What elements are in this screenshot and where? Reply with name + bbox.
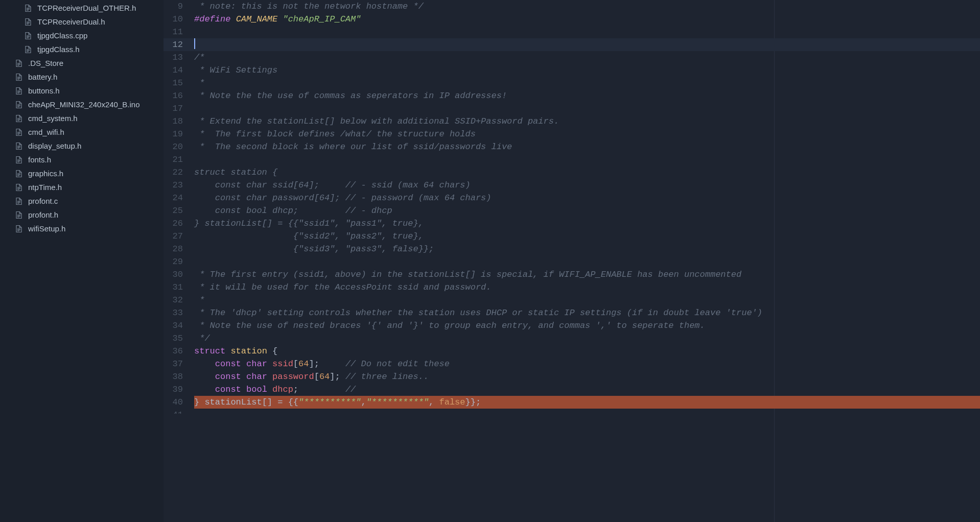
code-content[interactable] [194, 26, 980, 38]
code-line[interactable]: 33 * The 'dhcp' setting controls whether… [164, 306, 980, 319]
code-line[interactable]: 13/* [164, 51, 980, 64]
code-line[interactable]: 39 const bool dhcp; // [164, 383, 980, 396]
file-tree-item[interactable]: display_setup.h [0, 139, 164, 153]
line-number: 9 [164, 0, 194, 13]
code-content[interactable]: struct station { [194, 166, 980, 179]
file-tree-item[interactable]: cmd_wifi.h [0, 125, 164, 139]
code-content[interactable]: * The 'dhcp' setting controls whether th… [194, 306, 980, 319]
code-content[interactable] [194, 153, 980, 166]
file-tree-item[interactable]: buttons.h [0, 84, 164, 98]
code-line[interactable]: 35 */ [164, 332, 980, 345]
code-content[interactable] [194, 255, 980, 268]
file-tree-item[interactable]: profont.c [0, 194, 164, 208]
code-line[interactable]: 11 [164, 26, 980, 38]
code-content[interactable]: const char ssid[64]; // Do not edit thes… [194, 358, 980, 370]
code-content[interactable]: * WiFi Settings [194, 64, 980, 77]
file-tree-item[interactable]: profont.h [0, 208, 164, 222]
code-line[interactable]: 41 [164, 409, 980, 414]
code-line[interactable]: 17 [164, 102, 980, 115]
code-content[interactable]: * note: this is not the network hostname… [194, 0, 980, 13]
file-tree-item-label: cheApR_MINI32_240x240_B.ino [28, 100, 139, 109]
code-content[interactable] [194, 102, 980, 115]
file-tree-item[interactable]: TCPReceiverDual_OTHER.h [0, 1, 164, 15]
file-tree-item[interactable]: fonts.h [0, 153, 164, 167]
code-line[interactable]: 19 * The first block defines /what/ the … [164, 128, 980, 140]
code-content[interactable]: * [194, 77, 980, 89]
code-line[interactable]: 12 [164, 38, 980, 51]
code-line[interactable]: 23 const char ssid[64]; // - ssid (max 6… [164, 179, 980, 192]
code-line[interactable]: 31 * it will be used for the AccessPoint… [164, 281, 980, 294]
code-line[interactable]: 10#define CAM_NAME "cheApR_IP_CAM" [164, 13, 980, 26]
file-icon [14, 86, 24, 96]
code-content[interactable]: * The second block is where our list of … [194, 140, 980, 153]
code-line[interactable]: 37 const char ssid[64]; // Do not edit t… [164, 358, 980, 370]
line-number: 32 [164, 294, 194, 306]
code-content[interactable]: #define CAM_NAME "cheApR_IP_CAM" [194, 13, 980, 26]
file-tree-item[interactable]: .DS_Store [0, 56, 164, 70]
code-line[interactable]: 32 * [164, 294, 980, 306]
code-content[interactable]: * [194, 294, 980, 306]
code-line[interactable]: 27 {"ssid2", "pass2", true}, [164, 230, 980, 243]
code-content[interactable]: } stationList[] = {{"ssid1", "pass1", tr… [194, 217, 980, 230]
code-line[interactable]: 40} stationList[] = {{"**********","****… [164, 396, 980, 409]
code-content[interactable]: const bool dhcp; // [194, 383, 980, 396]
code-content[interactable]: * Note the the use of commas as seperato… [194, 89, 980, 102]
code-line[interactable]: 18 * Extend the stationList[] below with… [164, 115, 980, 128]
code-line[interactable]: 21 [164, 153, 980, 166]
code-line[interactable]: 29 [164, 255, 980, 268]
file-tree-item[interactable]: ntpTime.h [0, 180, 164, 194]
file-tree-item[interactable]: cheApR_MINI32_240x240_B.ino [0, 98, 164, 111]
comment: * WiFi Settings [194, 65, 277, 75]
comment: * The 'dhcp' setting controls whether th… [194, 308, 762, 318]
comment: * [194, 295, 204, 305]
file-tree-item[interactable]: tjpgdClass.h [0, 42, 164, 56]
code-content[interactable]: const char password[64]; // - password (… [194, 192, 980, 204]
code-line[interactable]: 28 {"ssid3", "pass3", false}}; [164, 243, 980, 255]
code-line[interactable]: 22struct station { [164, 166, 980, 179]
code-line[interactable]: 26} stationList[] = {{"ssid1", "pass1", … [164, 217, 980, 230]
code-editor[interactable]: 9 * note: this is not the network hostna… [164, 0, 980, 522]
file-tree-item[interactable]: wifiSetup.h [0, 222, 164, 235]
file-icon [14, 141, 24, 151]
file-tree-item[interactable]: TCPReceiverDual.h [0, 15, 164, 29]
code-content[interactable]: {"ssid3", "pass3", false}}; [194, 243, 980, 255]
code-content[interactable]: * Extend the stationList[] below with ad… [194, 115, 980, 128]
code-line[interactable]: 38 const char password[64]; // three lin… [164, 370, 980, 383]
keyword: const [215, 385, 241, 394]
code-content[interactable]: const char password[64]; // three lines.… [194, 370, 980, 383]
code-content[interactable] [194, 38, 980, 51]
file-tree-item-label: wifiSetup.h [28, 224, 65, 233]
code-content[interactable]: * it will be used for the AccessPoint ss… [194, 281, 980, 294]
code-content[interactable]: struct station { [194, 345, 980, 358]
code-line[interactable]: 25 const bool dhcp; // - dhcp [164, 204, 980, 217]
file-tree-sidebar[interactable]: TCPReceiverDual_OTHER.hTCPReceiverDual.h… [0, 0, 164, 522]
comment: * it will be used for the AccessPoint ss… [194, 282, 492, 292]
code-content[interactable]: */ [194, 332, 980, 345]
code-content[interactable]: * The first entry (ssid1, above) in the … [194, 268, 980, 281]
code-content[interactable] [194, 409, 980, 414]
file-tree-item[interactable]: cmd_system.h [0, 111, 164, 125]
code-line[interactable]: 34 * Note the use of nested braces '{' a… [164, 319, 980, 332]
code-content[interactable]: {"ssid2", "pass2", true}, [194, 230, 980, 243]
code-content[interactable]: const char ssid[64]; // - ssid (max 64 c… [194, 179, 980, 192]
file-tree-item[interactable]: battery.h [0, 70, 164, 84]
type: char [246, 372, 267, 382]
code-line[interactable]: 9 * note: this is not the network hostna… [164, 0, 980, 13]
file-icon [14, 224, 24, 233]
code-line[interactable]: 30 * The first entry (ssid1, above) in t… [164, 268, 980, 281]
file-tree-item[interactable]: graphics.h [0, 167, 164, 180]
code-content[interactable]: } stationList[] = {{"**********","******… [194, 396, 980, 409]
code-line[interactable]: 20 * The second block is where our list … [164, 140, 980, 153]
file-icon [14, 114, 24, 123]
line-number: 21 [164, 153, 194, 166]
code-line[interactable]: 14 * WiFi Settings [164, 64, 980, 77]
code-line[interactable]: 15 * [164, 77, 980, 89]
code-content[interactable]: const bool dhcp; // - dhcp [194, 204, 980, 217]
code-line[interactable]: 16 * Note the the use of commas as seper… [164, 89, 980, 102]
code-content[interactable]: /* [194, 51, 980, 64]
file-tree-item[interactable]: tjpgdClass.cpp [0, 29, 164, 42]
code-content[interactable]: * Note the use of nested braces '{' and … [194, 319, 980, 332]
code-content[interactable]: * The first block defines /what/ the str… [194, 128, 980, 140]
code-line[interactable]: 36struct station { [164, 345, 980, 358]
code-line[interactable]: 24 const char password[64]; // - passwor… [164, 192, 980, 204]
